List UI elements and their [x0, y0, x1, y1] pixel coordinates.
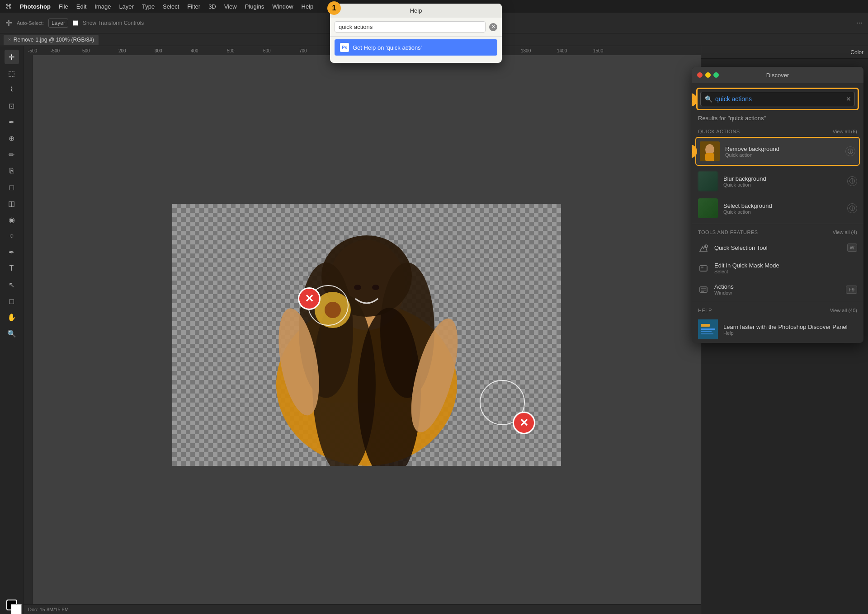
hand-tool[interactable]: ✋	[5, 310, 19, 324]
quick-actions-label: QUICK ACTIONS	[698, 129, 740, 134]
svg-rect-34	[705, 153, 714, 161]
actions-info: Actions Window	[714, 283, 840, 295]
quick-mask-icon	[698, 263, 709, 274]
color-label: Color	[850, 49, 863, 56]
transform-controls-checkbox[interactable]	[73, 20, 78, 26]
foreground-color[interactable]	[6, 600, 17, 610]
tab-close-icon[interactable]: ×	[8, 37, 11, 42]
help-search-input[interactable]	[335, 21, 486, 33]
select-bg-title: Select background	[723, 202, 842, 209]
menu-window[interactable]: Window	[272, 3, 293, 10]
background-color[interactable]	[11, 604, 22, 614]
eyedropper-tool[interactable]: ✒	[5, 115, 19, 129]
remove-bg-info-icon[interactable]: ⓘ	[845, 146, 855, 156]
help-view-all[interactable]: View all (40)	[830, 308, 857, 313]
quick-actions-view-all[interactable]: View all (6)	[833, 129, 857, 134]
zoom-tool[interactable]: 🔍	[5, 326, 19, 341]
learn-faster-item[interactable]: Learn faster with the Photoshop Discover…	[692, 316, 863, 343]
help-search-clear-btn[interactable]: ✕	[489, 23, 497, 31]
gradient-tool[interactable]: ◫	[5, 196, 19, 211]
menu-type[interactable]: Type	[142, 3, 155, 10]
menu-edit[interactable]: Edit	[76, 3, 86, 10]
status-info: Doc: 15.8M/15.8M	[28, 607, 69, 612]
svg-rect-44	[701, 331, 712, 332]
canvas-area: ✕ ✕	[33, 55, 701, 614]
svg-text:1500: 1500	[593, 48, 604, 53]
actions-item[interactable]: Actions Window F9	[692, 279, 863, 300]
svg-rect-45	[701, 333, 713, 334]
move-tool[interactable]: ✛	[5, 50, 19, 64]
svg-rect-37	[701, 267, 703, 268]
select-bg-thumb	[698, 198, 718, 218]
actions-icon	[698, 284, 709, 295]
more-options-icon[interactable]: ⋯	[856, 19, 863, 27]
actions-subtitle: Window	[714, 290, 840, 295]
help-result-item[interactable]: Ps Get Help on 'quick actions'	[335, 39, 497, 56]
help-label: HELP	[698, 308, 712, 313]
menu-help[interactable]: Help	[302, 3, 314, 10]
search-icon: 🔍	[705, 95, 712, 103]
select-background-item[interactable]: Select background Quick action ⓘ	[692, 195, 863, 222]
menu-plugins[interactable]: Plugins	[245, 3, 264, 10]
move-tool-icon[interactable]: ✛	[5, 18, 12, 28]
quick-mask-item[interactable]: Edit in Quick Mask Mode Select	[692, 258, 863, 279]
path-selection-tool[interactable]: ↖	[5, 277, 19, 292]
document-tab[interactable]: × Remove-1.jpg @ 100% (RGB/8#)	[4, 35, 99, 45]
maximize-traffic-light[interactable]	[713, 72, 719, 78]
svg-rect-46	[701, 324, 710, 327]
help-popup: Help ✕ Ps Get Help on 'quick actions'	[330, 4, 502, 63]
menu-3d[interactable]: 3D	[208, 3, 216, 10]
menu-layer[interactable]: Layer	[119, 3, 134, 10]
healing-tool[interactable]: ⊕	[5, 131, 19, 145]
text-tool[interactable]: T	[5, 261, 19, 276]
lasso-tool[interactable]: ⌇	[5, 82, 19, 97]
menu-image[interactable]: Image	[94, 3, 111, 10]
status-bar: Doc: 15.8M/15.8M	[24, 604, 701, 614]
blur-tool[interactable]: ◉	[5, 212, 19, 227]
transform-controls-label: Show Transform Controls	[83, 20, 144, 26]
select-bg-info-icon[interactable]: ⓘ	[847, 203, 857, 213]
menu-file[interactable]: File	[59, 3, 68, 10]
blur-bg-info-icon[interactable]: ⓘ	[847, 176, 857, 186]
step1-badge: 1	[327, 1, 341, 15]
svg-point-28	[354, 285, 361, 290]
pen-tool[interactable]: ✒	[5, 245, 19, 259]
remove-background-item[interactable]: Remove background Quick action ⓘ	[695, 137, 860, 166]
remove-indicator-1: ✕	[298, 287, 321, 310]
brush-tool[interactable]: ✏	[5, 147, 19, 162]
quick-selection-shortcut: W	[847, 244, 857, 252]
blur-background-item[interactable]: Blur background Quick action ⓘ	[692, 168, 863, 195]
eraser-tool[interactable]: ◻	[5, 180, 19, 194]
help-result-text: Get Help on 'quick actions'	[353, 44, 422, 51]
traffic-lights	[697, 72, 719, 78]
quick-selection-tool-item[interactable]: Quick Selection Tool W	[692, 238, 863, 258]
svg-text:400: 400	[191, 48, 198, 53]
right-panel-header: Color	[701, 46, 868, 59]
divider-2	[692, 302, 863, 302]
blur-bg-title: Blur background	[723, 175, 842, 182]
minimize-traffic-light[interactable]	[705, 72, 711, 78]
crop-tool[interactable]: ⊡	[5, 98, 19, 113]
tab-title: Remove-1.jpg @ 100% (RGB/8#)	[14, 37, 94, 43]
learn-faster-subtitle: Help	[723, 330, 857, 336]
results-heading: Results for "quick actions"	[692, 113, 863, 125]
tools-features-view-all[interactable]: View all (4)	[833, 230, 857, 235]
clone-tool[interactable]: ⎘	[5, 164, 19, 178]
learn-faster-title: Learn faster with the Photoshop Discover…	[723, 323, 857, 330]
svg-text:-500: -500	[28, 48, 37, 53]
layer-dropdown[interactable]: Layer	[48, 19, 68, 28]
menu-view[interactable]: View	[224, 3, 237, 10]
selection-tool[interactable]: ⬚	[5, 66, 19, 80]
remove-bg-title: Remove background	[725, 145, 840, 152]
menu-select[interactable]: Select	[163, 3, 179, 10]
svg-text:500: 500	[227, 48, 235, 53]
apple-menu[interactable]: ⌘	[5, 3, 12, 10]
discover-search-input[interactable]	[700, 92, 855, 106]
close-traffic-light[interactable]	[697, 72, 703, 78]
menu-filter[interactable]: Filter	[187, 3, 200, 10]
quick-selection-title: Quick Selection Tool	[714, 244, 842, 251]
search-clear-icon[interactable]: ✕	[846, 95, 851, 103]
shape-tool[interactable]: ◻	[5, 294, 19, 308]
remove-indicator-2: ✕	[513, 412, 535, 434]
dodge-tool[interactable]: ○	[5, 229, 19, 243]
